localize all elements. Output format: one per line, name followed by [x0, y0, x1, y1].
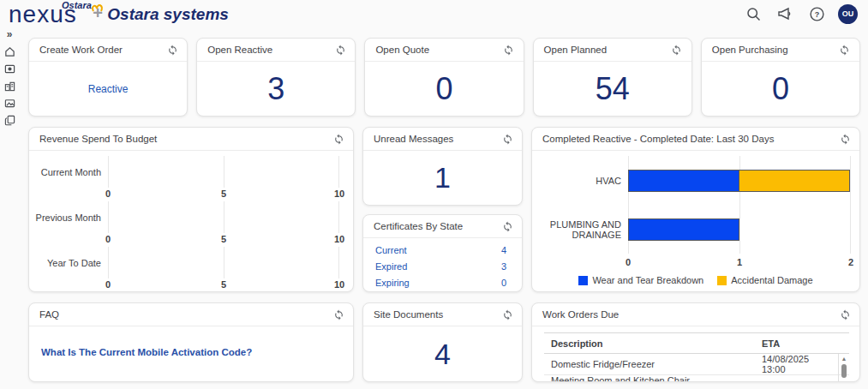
category-label: Current Month — [34, 167, 108, 177]
open-planned-count: 54 — [534, 62, 691, 116]
wo-description: Domestic Fridge/Freezer — [544, 354, 755, 375]
card-title: Revenue Spend To Budget — [39, 134, 157, 144]
work-orders-table: Description ETA Domestic Fridge/Freezer … — [544, 332, 849, 382]
megaphone-icon[interactable] — [775, 3, 795, 24]
logo-ostara-script: Ostara — [62, 0, 92, 10]
scrollbar-thumb[interactable] — [841, 364, 847, 378]
left-sidebar: » — [0, 28, 19, 389]
card-title: Open Planned — [544, 45, 608, 55]
scroll-up-icon[interactable]: ▲ — [841, 356, 847, 362]
certificates-row-expiring[interactable]: Expiring 0 — [375, 278, 506, 288]
refresh-icon[interactable] — [837, 307, 853, 322]
card-title: Open Reactive — [207, 45, 272, 55]
refresh-icon[interactable] — [501, 42, 517, 57]
refresh-icon[interactable] — [332, 42, 348, 57]
column-header-description: Description — [544, 333, 755, 354]
chart-legend: Wear and Tear Breakdown Accidental Damag… — [532, 275, 859, 285]
card-revenue-spend: Revenue Spend To Budget Current Month 0 … — [28, 127, 354, 292]
table-scrollbar[interactable]: ▲ ▼ — [838, 354, 849, 382]
card-title: Open Purchasing — [712, 45, 788, 55]
refresh-icon[interactable] — [165, 42, 180, 57]
x-tick: 2 — [848, 257, 853, 267]
refresh-icon[interactable] — [331, 307, 346, 322]
refresh-icon[interactable] — [837, 42, 853, 57]
card-site-documents: Site Documents 4 — [362, 302, 523, 382]
category-label: Year To Date — [34, 258, 108, 268]
x-tick: 0 — [105, 279, 111, 290]
site-documents-count: 4 — [363, 326, 522, 381]
wo-eta — [755, 375, 837, 383]
bar-segment-wear-tear[interactable] — [628, 218, 739, 241]
open-purchasing-count: 0 — [702, 62, 859, 116]
card-title: Unread Messages — [374, 134, 453, 144]
legend-wear-tear: Wear and Tear Breakdown — [578, 275, 703, 285]
card-open-purchasing: Open Purchasing 0 — [701, 38, 860, 117]
create-reactive-link[interactable]: Reactive — [29, 62, 187, 116]
wo-eta: 14/08/2025 13:00 — [755, 354, 837, 375]
x-tick: 0 — [105, 189, 111, 199]
category-label: HVAC — [532, 176, 628, 186]
x-tick: 5 — [221, 234, 226, 244]
card-title: Completed Reactive - Completed Date: Las… — [542, 134, 774, 144]
x-tick: 10 — [334, 234, 344, 244]
card-open-quote: Open Quote 0 — [364, 38, 524, 117]
x-tick: 10 — [334, 189, 344, 199]
card-title: FAQ — [39, 309, 59, 320]
documents-icon[interactable] — [3, 114, 16, 126]
card-open-reactive: Open Reactive 3 — [196, 38, 356, 117]
revenue-subchart-current-month: Current Month 0 5 10 — [34, 156, 339, 201]
faq-question-link[interactable]: What Is The Current Mobile Activation Co… — [29, 326, 353, 357]
buildings-icon[interactable] — [3, 80, 16, 92]
refresh-icon[interactable] — [500, 218, 515, 234]
certificates-list: Current 4 Expired 3 Expiring 0 — [363, 238, 522, 288]
card-title: Create Work Order — [39, 45, 123, 55]
svg-text:?: ? — [814, 10, 819, 19]
cert-value: 3 — [501, 261, 506, 272]
card-work-orders-due: Work Orders Due Description ETA — [531, 302, 860, 382]
dashboard: Create Work Order Reactive Open Reactive… — [28, 38, 860, 382]
table-header-row: Description ETA — [544, 333, 849, 354]
image-card-icon[interactable] — [3, 97, 16, 109]
work-order-box-icon[interactable] — [3, 63, 16, 75]
certificates-row-current[interactable]: Current 4 — [375, 245, 506, 255]
cert-value: 4 — [501, 245, 506, 255]
open-reactive-count: 3 — [197, 62, 355, 116]
card-title: Work Orders Due — [542, 309, 619, 320]
bar-row-hvac: HVAC — [532, 156, 851, 205]
sidebar-expand-icon[interactable]: » — [3, 28, 16, 40]
app-header: nexus Ostara + Ostara systems ? OU — [0, 0, 868, 31]
middle-column: Unread Messages 1 Certificates By State — [362, 127, 523, 292]
refresh-icon[interactable] — [331, 131, 346, 147]
user-avatar[interactable]: OU — [838, 4, 858, 24]
revenue-subchart-year-to-date: Year To Date 0 5 10 — [34, 247, 339, 292]
legend-label: Wear and Tear Breakdown — [592, 275, 703, 285]
card-title: Site Documents — [374, 309, 443, 320]
help-icon[interactable]: ? — [806, 3, 827, 24]
home-icon[interactable] — [3, 45, 16, 57]
refresh-icon[interactable] — [837, 131, 853, 147]
category-label: PLUMBING AND DRAINAGE — [532, 219, 628, 240]
table-row[interactable]: Meeting Room and Kitchen Chair Assessmen… — [544, 375, 849, 383]
certificates-row-expired[interactable]: Expired 3 — [375, 261, 506, 272]
x-tick: 0 — [105, 234, 111, 244]
wo-description: Meeting Room and Kitchen Chair Assessmen… — [544, 375, 755, 383]
bar-segment-wear-tear[interactable] — [628, 170, 739, 192]
table-row[interactable]: Domestic Fridge/Freezer 14/08/2025 13:00 — [544, 354, 849, 375]
refresh-icon[interactable] — [669, 42, 685, 57]
refresh-icon[interactable] — [500, 131, 515, 147]
legend-swatch-blue — [578, 276, 588, 285]
open-quote-count: 0 — [365, 62, 523, 116]
middle-row: Revenue Spend To Budget Current Month 0 … — [28, 127, 860, 292]
x-tick: 0 — [626, 257, 631, 267]
category-label: Previous Month — [34, 212, 108, 223]
logo-brand-suffix: Ostara systems — [107, 5, 229, 23]
header-actions: ? OU — [743, 3, 858, 24]
card-title: Certificates By State — [374, 221, 463, 231]
search-icon[interactable] — [743, 3, 763, 24]
bar-segment-accidental[interactable] — [739, 170, 850, 192]
card-completed-reactive: Completed Reactive - Completed Date: Las… — [531, 127, 860, 292]
refresh-icon[interactable] — [500, 307, 515, 322]
legend-accidental: Accidental Damage — [717, 275, 812, 285]
legend-swatch-yellow — [717, 276, 727, 285]
cert-value: 0 — [501, 278, 506, 288]
